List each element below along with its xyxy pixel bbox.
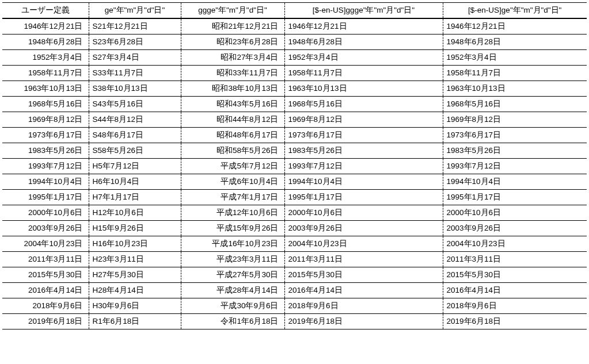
cell: 2019年6月18日	[284, 314, 443, 329]
cell: 1958年11月7日	[284, 66, 443, 81]
cell: 1973年6月17日	[284, 128, 443, 143]
cell: 1983年5月26日	[2, 143, 89, 159]
table-row: 1968年5月16日S43年5月16日昭和43年5月16日1968年5月16日1…	[2, 97, 587, 112]
cell: 昭和33年11月7日	[181, 66, 284, 81]
cell: H7年1月17日	[89, 190, 181, 205]
cell: H27年5月30日	[89, 267, 181, 283]
cell: S27年3月4日	[89, 50, 181, 66]
cell: 2019年6月18日	[2, 314, 89, 329]
cell: S23年6月28日	[89, 35, 181, 50]
cell: 昭和38年10月13日	[181, 81, 284, 97]
cell: H30年9月6日	[89, 298, 181, 314]
cell: 昭和27年3月4日	[181, 50, 284, 66]
cell: 2016年4月14日	[443, 283, 587, 298]
cell: 2019年6月18日	[443, 314, 587, 329]
header-enus-ggge-format: [$-en-US]ggge"年"m"月"d"日"	[284, 3, 443, 19]
table-row: 1983年5月26日S58年5月26日昭和58年5月26日1983年5月26日1…	[2, 143, 587, 159]
cell: 1946年12月21日	[2, 18, 89, 35]
cell: 1948年6月28日	[443, 35, 587, 50]
date-format-table: ユーザー定義 ge"年"m"月"d"日" ggge"年"m"月"d"日" [$-…	[2, 2, 587, 329]
table-row: 1973年6月17日S48年6月17日昭和48年6月17日1973年6月17日1…	[2, 128, 587, 143]
table-row: 1952年3月4日S27年3月4日昭和27年3月4日1952年3月4日1952年…	[2, 50, 587, 66]
table-row: 1946年12月21日S21年12月21日昭和21年12月21日1946年12月…	[2, 18, 587, 35]
cell: 平成7年1月17日	[181, 190, 284, 205]
cell: 1968年5月16日	[284, 97, 443, 112]
header-ggge-format: ggge"年"m"月"d"日"	[181, 3, 284, 19]
table-row: 1994年10月4日H6年10月4日平成6年10月4日1994年10月4日199…	[2, 174, 587, 190]
cell: S21年12月21日	[89, 18, 181, 35]
cell: S44年8月12日	[89, 112, 181, 128]
cell: 1973年6月17日	[2, 128, 89, 143]
cell: 1952年3月4日	[443, 50, 587, 66]
cell: 1958年11月7日	[443, 66, 587, 81]
cell: 2015年5月30日	[2, 267, 89, 283]
cell: 1993年7月12日	[284, 159, 443, 174]
cell: 1948年6月28日	[2, 35, 89, 50]
cell: 2016年4月14日	[2, 283, 89, 298]
cell: 1963年10月13日	[2, 81, 89, 97]
cell: 2016年4月14日	[284, 283, 443, 298]
cell: S43年5月16日	[89, 97, 181, 112]
cell: 1983年5月26日	[443, 143, 587, 159]
cell: 2000年10月6日	[443, 205, 587, 221]
table-row: 2019年6月18日R1年6月18日令和1年6月18日2019年6月18日201…	[2, 314, 587, 329]
header-enus-ge-format: [$-en-US]ge"年"m"月"d"日"	[443, 3, 587, 19]
cell: H15年9月26日	[89, 221, 181, 236]
cell: 2018年9月6日	[443, 298, 587, 314]
cell: 1952年3月4日	[284, 50, 443, 66]
header-user-defined: ユーザー定義	[2, 3, 89, 19]
cell: 昭和48年6月17日	[181, 128, 284, 143]
cell: 2011年3月11日	[284, 252, 443, 267]
cell: 平成28年4月14日	[181, 283, 284, 298]
cell: 1946年12月21日	[443, 18, 587, 35]
cell: H28年4月14日	[89, 283, 181, 298]
cell: 2003年9月26日	[443, 221, 587, 236]
header-ge-format: ge"年"m"月"d"日"	[89, 3, 181, 19]
cell: H16年10月23日	[89, 236, 181, 252]
cell: 平成12年10月6日	[181, 205, 284, 221]
cell: 1973年6月17日	[443, 128, 587, 143]
cell: 昭和44年8月12日	[181, 112, 284, 128]
table-row: 2004年10月23日H16年10月23日平成16年10月23日2004年10月…	[2, 236, 587, 252]
cell: 昭和58年5月26日	[181, 143, 284, 159]
cell: S48年6月17日	[89, 128, 181, 143]
cell: 2015年5月30日	[443, 267, 587, 283]
cell: 1969年8月12日	[443, 112, 587, 128]
cell: 平成23年3月11日	[181, 252, 284, 267]
cell: 2003年9月26日	[2, 221, 89, 236]
cell: 1994年10月4日	[443, 174, 587, 190]
cell: 2011年3月11日	[443, 252, 587, 267]
cell: 1968年5月16日	[2, 97, 89, 112]
cell: 2000年10月6日	[284, 205, 443, 221]
cell: 2018年9月6日	[284, 298, 443, 314]
table-row: 2015年5月30日H27年5月30日平成27年5月30日2015年5月30日2…	[2, 267, 587, 283]
table-row: 2018年9月6日H30年9月6日平成30年9月6日2018年9月6日2018年…	[2, 298, 587, 314]
table-row: 1993年7月12日H5年7月12日平成5年7月12日1993年7月12日199…	[2, 159, 587, 174]
cell: 2018年9月6日	[2, 298, 89, 314]
cell: 1983年5月26日	[284, 143, 443, 159]
cell: 1993年7月12日	[2, 159, 89, 174]
header-row: ユーザー定義 ge"年"m"月"d"日" ggge"年"m"月"d"日" [$-…	[2, 3, 587, 19]
cell: 1946年12月21日	[284, 18, 443, 35]
cell: 1952年3月4日	[2, 50, 89, 66]
cell: 2004年10月23日	[2, 236, 89, 252]
table-body: 1946年12月21日S21年12月21日昭和21年12月21日1946年12月…	[2, 18, 587, 329]
cell: 平成16年10月23日	[181, 236, 284, 252]
cell: 1958年11月7日	[2, 66, 89, 81]
cell: H5年7月12日	[89, 159, 181, 174]
table-row: 1969年8月12日S44年8月12日昭和44年8月12日1969年8月12日1…	[2, 112, 587, 128]
cell: 2011年3月11日	[2, 252, 89, 267]
cell: 1948年6月28日	[284, 35, 443, 50]
cell: 1993年7月12日	[443, 159, 587, 174]
cell: 2015年5月30日	[284, 267, 443, 283]
cell: 平成5年7月12日	[181, 159, 284, 174]
cell: 2000年10月6日	[2, 205, 89, 221]
cell: 1995年1月17日	[2, 190, 89, 205]
cell: 昭和43年5月16日	[181, 97, 284, 112]
table-row: 2000年10月6日H12年10月6日平成12年10月6日2000年10月6日2…	[2, 205, 587, 221]
cell: H23年3月11日	[89, 252, 181, 267]
table-row: 2011年3月11日H23年3月11日平成23年3月11日2011年3月11日2…	[2, 252, 587, 267]
cell: 平成6年10月4日	[181, 174, 284, 190]
cell: 1963年10月13日	[443, 81, 587, 97]
cell: S33年11月7日	[89, 66, 181, 81]
